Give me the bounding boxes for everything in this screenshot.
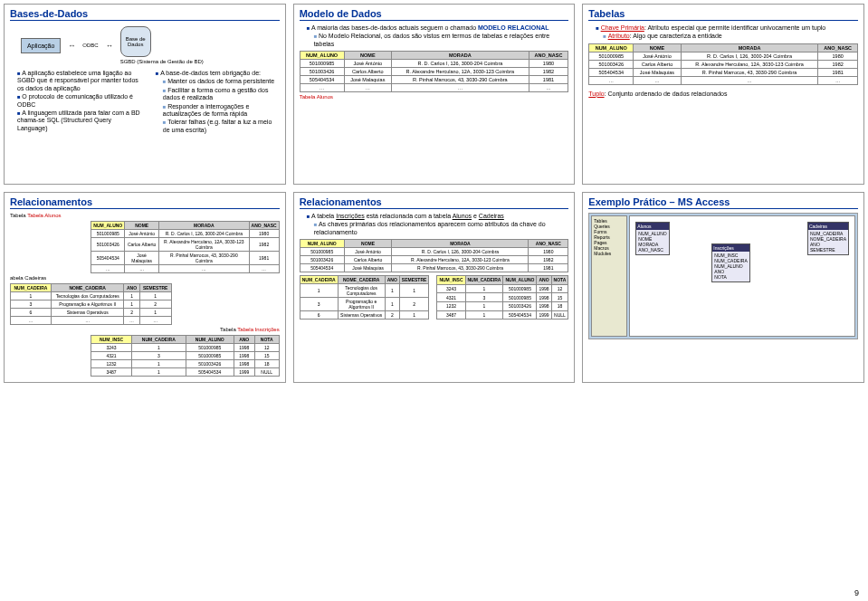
relbox-alunos[interactable]: Alunos NUM_ALUNO NOME MORADA ANO_NASC (635, 222, 669, 255)
slide-relacionamentos-1: Relacionamentos Tabela Tabela Alunos NUM… (4, 192, 286, 383)
table-caption: Tabela Alunos (300, 94, 569, 100)
tabela-alunos: NUM_ALUNONOMEMORADAANO_NASC 501000985Jos… (91, 221, 279, 273)
bullet: No Modelo Relacional, os dados são visto… (314, 33, 569, 48)
bullet: Manter os dados de forma persistente (163, 78, 280, 85)
ms-access-window: Tables Queries Forms Reports Pages Macro… (588, 213, 858, 339)
architecture-diagram: Aplicação ↔ ODBC ↔ Base de Dados SGBD (S… (21, 26, 280, 64)
table-name: Tabela Tabela Inscrições (10, 327, 280, 332)
slide-title: Relacionamentos (300, 196, 569, 209)
slide-tabelas: Tabelas Chave Primária: Atributo especia… (582, 4, 864, 185)
tabela-alunos-mini: NUM_ALUNONOMEMORADAANO_NASC 501000985Jos… (300, 239, 569, 272)
bullet: Facilitar a forma como a gestão dos dado… (163, 87, 280, 102)
left-bullets: A aplicação estabelece uma ligação ao SG… (10, 70, 141, 132)
table-name: abela Cadeiras (10, 275, 280, 281)
slide-title: Relacionamentos (10, 196, 280, 209)
right-bullets: A base-de-dados tem obrigação de: Manter… (148, 70, 280, 134)
tabela-inscricoes-mini: NUM_INSCNUM_CADEIRANUM_ALUNOANONOTA 3243… (436, 275, 568, 320)
database-cylinder-icon: Base de Dados (120, 26, 151, 57)
slide-title: Tabelas (588, 8, 858, 21)
sidebar-item[interactable]: Modules (594, 251, 625, 256)
slide-relacionamentos-2: Relacionamentos A tabela Inscrições está… (293, 192, 576, 383)
relationships-canvas[interactable]: Alunos NUM_ALUNO NOME MORADA ANO_NASC In… (629, 215, 855, 337)
relbox-cadeiras[interactable]: Cadeiras NUM_CADEIRA NOME_CADEIRA ANO SE… (807, 222, 849, 255)
bullet: Responder a interrogações e actualizaçõe… (163, 103, 280, 119)
bullet: Chave Primária: Atributo especial que pe… (596, 24, 858, 32)
table-name: Tabela Tabela Alunos (10, 213, 280, 218)
bullet: A linguagem utilizada para falar com a B… (17, 110, 141, 132)
slide-exemplo-ms-access: Exemplo Prático – MS Access Tables Queri… (582, 192, 864, 383)
slide-title: Exemplo Prático – MS Access (588, 196, 858, 209)
slide-title: Bases-de-Dados (10, 8, 280, 21)
slide-title: Modelo de Dados (300, 8, 569, 21)
arrow-icon: ↔ (68, 42, 75, 50)
bullet-lead: A base-de-dados tem obrigação de: (156, 70, 280, 77)
page-number: 9 (854, 588, 859, 597)
slide-bases-de-dados: Bases-de-Dados Aplicação ↔ ODBC ↔ Base d… (4, 4, 286, 185)
tabela-alunos: NUM_ALUNONOMEMORADAANO_NASC 501000985Jos… (588, 43, 858, 85)
arrow-icon: ↔ (106, 42, 113, 50)
bullet: A aplicação estabelece uma ligação ao SG… (17, 70, 141, 92)
tabela-cadeiras-mini: NUM_CADEIRANOME_CADEIRAANOSEMESTRE 1Tecn… (300, 275, 430, 320)
bullet: A tabela Inscrições está relacionada com… (307, 213, 569, 220)
slide-modelo-de-dados: Modelo de Dados A maioria das bases-de-d… (293, 4, 576, 185)
tabela-inscricoes: NUM_INSCNUM_CADEIRANUM_ALUNOANONOTA 3243… (91, 335, 279, 377)
tabela-cadeiras: NUM_CADEIRANOME_CADEIRAANOSEMESTRE 1Tecn… (10, 283, 172, 325)
bullet: As chaves primárias dos relacionamentos … (314, 221, 569, 236)
bullet: O protocolo de comunicação utilizado é O… (17, 93, 141, 109)
bullet: Atributo: Algo que caracteriza a entidad… (603, 33, 858, 40)
tabela-alunos: NUM_ALUNONOMEMORADAANO_NASC 501000985Jos… (300, 51, 569, 92)
access-sidebar: Tables Queries Forms Reports Pages Macro… (591, 215, 627, 337)
odbc-label: ODBC (82, 43, 98, 48)
app-box: Aplicação (21, 38, 61, 53)
tuplo-label: Tuplo (588, 91, 604, 97)
sgbd-label: SGBD (Sistema de Gestão de BD) (120, 59, 204, 64)
relbox-inscricoes[interactable]: Inscrições NUM_INSC NUM_CADEIRA NUM_ALUN… (711, 243, 749, 282)
bullet: A maioria das bases-de-dados actuais seg… (307, 24, 569, 32)
bullet: Tolerar falhas (e.g. faltar a luz a meio… (163, 119, 280, 134)
